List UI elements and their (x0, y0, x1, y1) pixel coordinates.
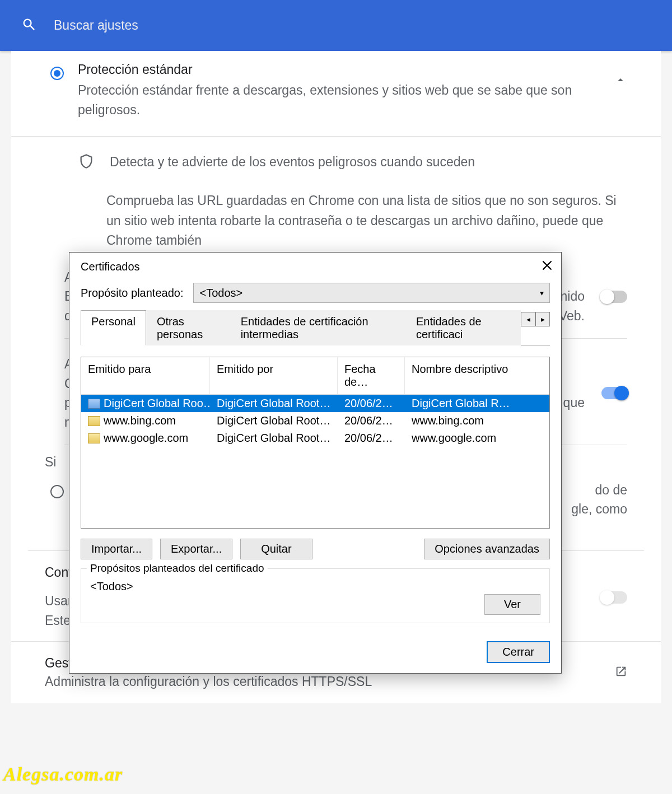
manage-certs-desc: Administra la configuración y los certif… (45, 674, 372, 689)
purpose-filter-row: Propósito planteado: <Todos> ▾ (81, 283, 550, 303)
col-issued-by[interactable]: Emitido por (210, 357, 338, 394)
cert-action-buttons: Importar... Exportar... Quitar Opciones … (81, 539, 550, 559)
cert-purposes-value: <Todos> (90, 580, 540, 593)
grid-header: Emitido para Emitido por Fecha de… Nombr… (81, 357, 549, 395)
watermark: Alegsa.com.ar (3, 764, 123, 785)
export-button[interactable]: Exportar... (160, 539, 232, 559)
radio-no-protection[interactable] (50, 485, 64, 498)
col-expiry[interactable]: Fecha de… (338, 357, 405, 394)
table-row[interactable]: www.bing.comDigiCert Global Root G…20/06… (81, 412, 549, 429)
detect-sub-item: Detecta y te advierte de los eventos pel… (11, 137, 661, 177)
dialog-title: Certificados (81, 260, 140, 273)
detect-text: Detecta y te advierte de los eventos pel… (110, 153, 475, 170)
col-friendly-name[interactable]: Nombre descriptivo (405, 357, 549, 394)
tab-intermediate-ca[interactable]: Entidades de certificación intermedias (230, 310, 405, 345)
close-button[interactable]: Cerrar (487, 641, 550, 663)
purpose-select[interactable]: <Todos> ▾ (193, 283, 550, 303)
tab-scroll-left[interactable]: ◂ (521, 312, 535, 326)
close-icon[interactable] (540, 258, 554, 275)
certificates-grid: Emitido para Emitido por Fecha de… Nombr… (81, 357, 550, 529)
tab-scroll-right[interactable]: ▸ (535, 312, 550, 326)
certificate-icon (88, 416, 100, 426)
certificate-icon (88, 433, 100, 443)
certificate-icon (88, 399, 100, 409)
toggle-dns[interactable] (601, 591, 627, 604)
toggle-2[interactable] (601, 387, 627, 399)
tab-trusted-ca[interactable]: Entidades de certificaci (405, 310, 521, 345)
cert-purposes-label: Propósitos planteados del certificado (87, 562, 268, 575)
search-icon[interactable] (21, 17, 37, 35)
protection-standard-section[interactable]: Protección estándar Protección estándar … (11, 57, 661, 137)
shield-icon (78, 153, 110, 171)
advanced-options-button[interactable]: Opciones avanzadas (424, 539, 550, 559)
external-link-icon[interactable] (615, 665, 627, 680)
view-button[interactable]: Ver (484, 594, 540, 615)
import-button[interactable]: Importar... (81, 539, 152, 559)
table-row[interactable]: DigiCert Global Roo…DigiCert Global Root… (81, 395, 549, 412)
certificate-tabs: Personal Otras personas Entidades de cer… (81, 310, 550, 345)
chevron-up-icon[interactable] (614, 73, 627, 89)
purpose-label: Propósito planteado: (81, 287, 183, 300)
tab-other-people[interactable]: Otras personas (146, 310, 230, 345)
toggle-1[interactable] (601, 291, 627, 303)
section-description: Protección estándar frente a descargas, … (78, 81, 603, 119)
col-issued-to[interactable]: Emitido para (81, 357, 210, 394)
section-title: Protección estándar (78, 62, 603, 77)
certificates-dialog: Certificados Propósito planteado: <Todos… (69, 252, 562, 674)
remove-button[interactable]: Quitar (240, 539, 312, 559)
tab-personal[interactable]: Personal (81, 310, 146, 345)
search-placeholder[interactable]: Buscar ajustes (54, 18, 138, 33)
cert-purposes-box: Propósitos planteados del certificado <T… (81, 568, 550, 623)
chevron-down-icon: ▾ (540, 288, 544, 297)
radio-standard-protection[interactable] (50, 67, 64, 80)
settings-header: Buscar ajustes (0, 0, 672, 51)
url-check-paragraph: Comprueba las URL guardadas en Chrome co… (11, 177, 661, 256)
table-row[interactable]: www.google.comDigiCert Global Root G…20/… (81, 429, 549, 447)
